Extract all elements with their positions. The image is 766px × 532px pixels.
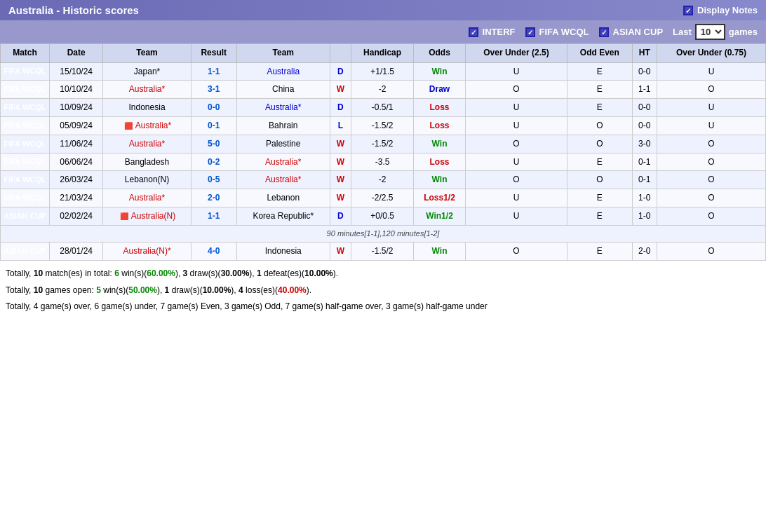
team2-cell: Bahrain — [236, 116, 330, 135]
handicap-cell: -0.5/1 — [351, 99, 414, 117]
over-under-25-cell: U — [465, 189, 567, 207]
match-type-cell: ASIAN CUP — [1, 207, 50, 226]
handicap-cell: +0/0.5 — [351, 207, 414, 226]
result-cell: 4-0 — [191, 243, 236, 261]
over-under-075-cell: O — [657, 171, 766, 189]
match-type-cell: FIFA WCQL — [1, 116, 50, 135]
result-cell: 0-0 — [191, 99, 236, 117]
team1-cell: Japan* — [103, 62, 192, 81]
match-type-cell: FIFA WCQL — [1, 153, 50, 171]
team1-cell: Australia* — [103, 81, 192, 99]
team2-cell: China — [236, 81, 330, 99]
over-under-25-cell: U — [465, 62, 567, 81]
result-cell: 0-5 — [191, 171, 236, 189]
col-over-under-25: Over Under (2.5) — [465, 44, 567, 63]
team1-cell: Lebanon(N) — [103, 171, 192, 189]
fifa-wcql-checkbox[interactable]: ✓ — [525, 27, 535, 37]
header-bar: Australia - Historic scores ✓ Display No… — [0, 0, 766, 20]
result-letter-cell: D — [330, 207, 351, 226]
col-ht: HT — [632, 44, 657, 63]
table-row: FIFA WCQL06/06/24Bangladesh0-2Australia*… — [1, 153, 766, 171]
ht-cell: 1-0 — [632, 189, 657, 207]
team1-cell: Bangladesh — [103, 153, 192, 171]
odds-cell: Loss — [414, 99, 465, 117]
over-under-075-cell: U — [657, 116, 766, 135]
odd-even-cell: E — [567, 99, 632, 117]
team2-cell: Indonesia — [236, 243, 330, 261]
over-under-075-cell: U — [657, 62, 766, 81]
table-row: FIFA WCQL21/03/24Australia*2-0LebanonW-2… — [1, 189, 766, 207]
handicap-cell: -1.5/2 — [351, 135, 414, 153]
result-letter-cell: W — [330, 153, 351, 171]
table-row: FIFA WCQL10/09/24Indonesia0-0Australia*D… — [1, 99, 766, 117]
ht-cell: 0-0 — [632, 116, 657, 135]
odd-even-cell: E — [567, 189, 632, 207]
ht-cell: 2-0 — [632, 243, 657, 261]
ht-cell: 0-0 — [632, 99, 657, 117]
over-under-25-cell: U — [465, 116, 567, 135]
interf-filter[interactable]: ✓ INTERF — [469, 27, 516, 37]
date-cell: 10/10/24 — [50, 81, 103, 99]
display-notes-checkbox[interactable]: ✓ — [683, 6, 693, 15]
team2-cell: Korea Republic* — [236, 207, 330, 226]
odd-even-cell: O — [567, 116, 632, 135]
handicap-cell: -3.5 — [351, 153, 414, 171]
result-letter-cell: W — [330, 81, 351, 99]
result-cell: 1-1 — [191, 62, 236, 81]
date-cell: 26/03/24 — [50, 171, 103, 189]
ht-cell: 3-0 — [632, 135, 657, 153]
result-letter-cell: L — [330, 116, 351, 135]
handicap-cell: -2 — [351, 81, 414, 99]
match-type-cell: FIFA WCQL — [1, 189, 50, 207]
odds-cell: Win — [414, 62, 465, 81]
odds-cell: Win1/2 — [414, 207, 465, 226]
red-flag-icon: 🟥 — [123, 121, 134, 132]
result-letter-cell: W — [330, 171, 351, 189]
team1-cell: 🟥Australia* — [103, 116, 192, 135]
last-count-select[interactable]: 10 20 30 — [695, 24, 725, 40]
interf-checkbox[interactable]: ✓ — [469, 27, 478, 37]
over-under-075-cell: U — [657, 99, 766, 117]
over-under-075-cell: O — [657, 153, 766, 171]
fifa-wcql-filter[interactable]: ✓ FIFA WCQL — [525, 27, 589, 37]
date-cell: 11/06/24 — [50, 135, 103, 153]
date-cell: 05/09/24 — [50, 116, 103, 135]
team2-cell: Australia — [236, 62, 330, 81]
table-row: ASIAN CUP28/01/24Australia(N)*4-0Indones… — [1, 243, 766, 261]
odds-cell: Loss — [414, 116, 465, 135]
red-flag-icon: 🟥 — [119, 211, 130, 222]
col-odd-even: Odd Even — [567, 44, 632, 63]
team1-cell: Australia* — [103, 135, 192, 153]
over-under-25-cell: U — [465, 99, 567, 117]
asian-cup-filter[interactable]: ✓ ASIAN CUP — [599, 27, 664, 37]
odds-cell: Draw — [414, 81, 465, 99]
team2-cell: Australia* — [236, 99, 330, 117]
col-odds: Odds — [414, 44, 465, 63]
over-under-075-cell: O — [657, 189, 766, 207]
odd-even-cell: O — [567, 135, 632, 153]
result-letter-cell: W — [330, 189, 351, 207]
summary-line-1: Totally, 10 match(es) in total: 6 win(s)… — [6, 266, 760, 282]
table-row: FIFA WCQL26/03/24Lebanon(N)0-5Australia*… — [1, 171, 766, 189]
result-letter-cell: W — [330, 243, 351, 261]
handicap-cell: -1.5/2 — [351, 243, 414, 261]
date-cell: 28/01/24 — [50, 243, 103, 261]
team2-cell: Lebanon — [236, 189, 330, 207]
over-under-25-cell: O — [465, 81, 567, 99]
scores-table: Match Date Team Result Team Handicap Odd… — [0, 43, 766, 261]
note-row: 90 minutes[1-1],120 minutes[1-2] — [1, 225, 766, 242]
result-cell: 3-1 — [191, 81, 236, 99]
result-letter-cell: D — [330, 62, 351, 81]
table-row: FIFA WCQL05/09/24🟥Australia*0-1BahrainL-… — [1, 116, 766, 135]
col-spacer — [330, 44, 351, 63]
col-team2: Team — [236, 44, 330, 63]
last-section: Last 10 20 30 games — [673, 24, 758, 40]
handicap-cell: +1/1.5 — [351, 62, 414, 81]
asian-cup-checkbox[interactable]: ✓ — [599, 27, 609, 37]
ht-cell: 0-1 — [632, 153, 657, 171]
date-cell: 15/10/24 — [50, 62, 103, 81]
team2-cell: Palestine — [236, 135, 330, 153]
team1-cell: Australia(N)* — [103, 243, 192, 261]
handicap-cell: -1.5/2 — [351, 116, 414, 135]
odd-even-cell: E — [567, 81, 632, 99]
